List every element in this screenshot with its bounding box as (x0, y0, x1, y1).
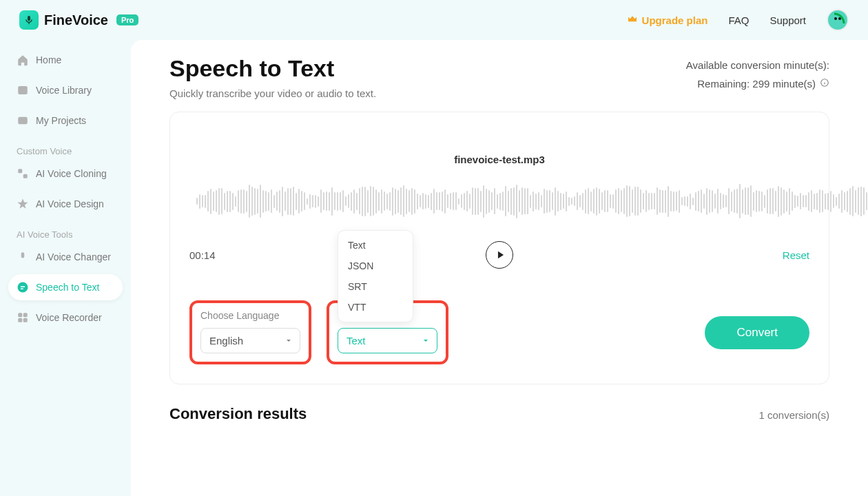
dropdown-item-text[interactable]: Text (338, 235, 413, 256)
output-dropdown: Text JSON SRT VTT (338, 230, 413, 322)
sidebar-item-my-projects[interactable]: My Projects (8, 107, 123, 134)
svg-rect-12 (23, 313, 28, 317)
svg-rect-5 (18, 169, 22, 173)
svg-marker-7 (18, 199, 28, 209)
waveform[interactable] (189, 178, 809, 225)
sidebar-item-home[interactable]: Home (8, 47, 123, 73)
projects-icon (17, 114, 29, 127)
brand-logo[interactable]: FineVoice Pro (19, 10, 138, 30)
sidebar-item-label: My Projects (36, 115, 86, 126)
sidebar-item-label: Home (36, 54, 61, 65)
language-value: English (209, 335, 243, 347)
header-links: Upgrade plan FAQ Support (627, 9, 849, 31)
faq-link[interactable]: FAQ (728, 14, 749, 26)
recorder-icon (17, 311, 29, 324)
cloning-icon (17, 167, 29, 180)
support-link[interactable]: Support (769, 14, 806, 26)
output-value: Text (347, 335, 366, 347)
svg-rect-3 (18, 86, 28, 94)
sidebar-item-ai-voice-design[interactable]: AI Voice Design (8, 191, 123, 217)
page-subtitle: Quickly transcribe your video or audio t… (169, 87, 686, 99)
output-highlight: Ou Text Text JSON SRT VTT (327, 300, 448, 364)
audio-time: 00:14 (189, 249, 245, 261)
sidebar-section-custom-voice: Custom Voice (8, 138, 123, 161)
speech-to-text-icon (17, 281, 29, 293)
sidebar-item-label: Speech to Text (36, 282, 99, 293)
sidebar-item-ai-voice-changer[interactable]: AI Voice Changer (8, 244, 123, 270)
microphone-icon (19, 10, 39, 30)
page-title: Speech to Text (169, 55, 686, 82)
sidebar-section-ai-voice-tools: AI Voice Tools (8, 221, 123, 244)
available-minutes-label: Available conversion minute(s): (686, 59, 829, 71)
dropdown-item-json[interactable]: JSON (338, 256, 413, 276)
reset-button[interactable]: Reset (754, 249, 809, 261)
language-select[interactable]: English (200, 328, 300, 353)
home-icon (17, 54, 29, 66)
crown-icon (627, 14, 638, 27)
pro-badge: Pro (116, 14, 138, 25)
upgrade-plan-label: Upgrade plan (642, 14, 708, 26)
sidebar-item-label: AI Voice Cloning (36, 168, 107, 179)
library-icon (17, 84, 29, 96)
results-title: Conversion results (169, 405, 307, 423)
brand-name: FineVoice (44, 12, 108, 28)
svg-point-1 (834, 17, 837, 20)
output-select[interactable]: Text (338, 328, 437, 353)
remaining-minutes: Remaining: 299 minute(s) (697, 78, 816, 90)
sidebar-item-ai-voice-cloning[interactable]: AI Voice Cloning (8, 161, 123, 187)
svg-rect-4 (18, 117, 28, 125)
play-button[interactable] (486, 241, 513, 269)
avatar[interactable] (827, 9, 849, 31)
svg-rect-6 (23, 174, 28, 178)
sidebar-item-label: AI Voice Design (36, 198, 104, 209)
svg-rect-14 (23, 318, 28, 322)
dropdown-item-srt[interactable]: SRT (338, 276, 413, 297)
sidebar-item-label: AI Voice Changer (36, 251, 111, 262)
language-label: Choose Language (200, 310, 300, 321)
app-header: FineVoice Pro Upgrade plan FAQ Support (0, 0, 868, 40)
audio-card: finevoice-test.mp3 00:14 Reset Choose La… (169, 112, 829, 384)
chevron-down-icon (285, 335, 293, 347)
info-icon[interactable] (820, 78, 829, 90)
design-icon (17, 198, 29, 210)
sidebar-item-voice-recorder[interactable]: Voice Recorder (8, 304, 123, 331)
sidebar: Home Voice Library My Projects Custom Vo… (0, 40, 131, 496)
svg-rect-11 (18, 313, 22, 317)
dropdown-item-vtt[interactable]: VTT (338, 297, 413, 318)
upgrade-plan-link[interactable]: Upgrade plan (627, 14, 708, 27)
mic-icon (17, 251, 29, 263)
chevron-down-icon (422, 335, 430, 347)
svg-marker-18 (497, 251, 503, 259)
results-count: 1 conversion(s) (758, 409, 829, 421)
audio-filename: finevoice-test.mp3 (189, 154, 809, 165)
main-content: Speech to Text Quickly transcribe your v… (131, 40, 868, 496)
language-field: Choose Language English (200, 310, 300, 353)
sidebar-item-label: Voice Library (36, 85, 92, 96)
sidebar-item-label: Voice Recorder (36, 312, 102, 323)
svg-rect-9 (21, 287, 25, 288)
language-highlight: Choose Language English (189, 300, 311, 364)
output-field: Ou Text Text JSON SRT VTT (338, 310, 437, 353)
sidebar-item-voice-library[interactable]: Voice Library (8, 77, 123, 103)
svg-rect-13 (18, 318, 22, 322)
sidebar-item-speech-to-text[interactable]: Speech to Text (8, 274, 123, 300)
svg-rect-10 (21, 289, 23, 290)
convert-button[interactable]: Convert (705, 316, 809, 349)
